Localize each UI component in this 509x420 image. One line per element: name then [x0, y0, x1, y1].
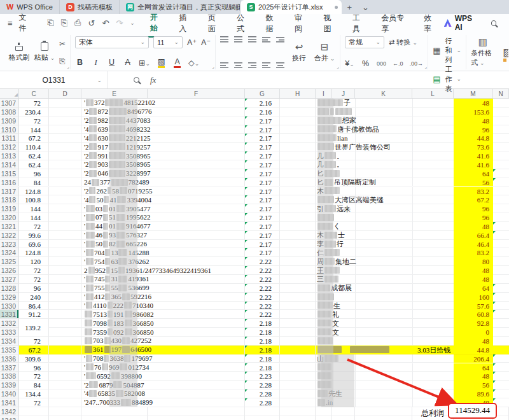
cell-I1331[interactable]: 礼 — [316, 310, 454, 319]
cell-H1321[interactable] — [280, 222, 316, 231]
ribbon-tab-视图[interactable]: 视图 — [317, 10, 343, 37]
cell-C1325[interactable]: 120 — [19, 257, 49, 266]
cell-I1329[interactable] — [316, 293, 454, 302]
cell-C1336[interactable]: 309.6 — [19, 354, 49, 363]
cell-G1309[interactable]: 2.17 — [245, 116, 280, 125]
cell-E1338[interactable]: '6592398800 — [81, 372, 245, 381]
cell-G1312[interactable]: 2.17 — [245, 143, 280, 151]
col-header-F[interactable]: F — [148, 89, 245, 98]
cell-M1307[interactable]: 48 — [454, 99, 493, 108]
cell-G1326[interactable]: 2.22 — [245, 266, 280, 275]
cell-E1319[interactable]: '03013905477 — [81, 204, 245, 213]
ribbon-tab-插入[interactable]: 插入 — [172, 10, 199, 37]
cell-G1337[interactable]: 2.18 — [245, 363, 280, 372]
cell-E1310[interactable]: '46394698232 — [81, 125, 245, 134]
ribbon-tab-页面[interactable]: 页面 — [202, 10, 228, 37]
cell-C1322[interactable]: 99.6 — [19, 231, 49, 240]
cell-E1323[interactable]: '5082665226 — [81, 240, 245, 249]
col-header-H[interactable]: H — [280, 89, 316, 98]
rows-cols-button[interactable]: ▦ 行和列⌄ — [433, 36, 461, 65]
row-header-1328[interactable]: 1328 — [0, 284, 19, 293]
cell-C1318[interactable]: 100.8 — [19, 195, 49, 204]
cell-G1311[interactable]: 2.17 — [245, 134, 280, 143]
cell-E1337[interactable]: '76969012734 — [81, 363, 245, 372]
cell-C1340[interactable]: 134.4 — [19, 389, 49, 398]
row-header-1342[interactable]: 1342 — [0, 407, 19, 416]
quickbar-caret-icon[interactable]: ⌄ — [130, 20, 135, 26]
cell-G1339[interactable]: 2.28 — [245, 381, 280, 389]
clear-format-button[interactable]: ◇⌄ — [188, 58, 199, 67]
cell-I1335[interactable]: 3.03日给钱 — [316, 346, 454, 354]
cell-I1317[interactable]: 木 — [316, 187, 454, 196]
cell-C1329[interactable]: 240 — [19, 293, 49, 302]
row-header-1333[interactable]: 1333 — [0, 328, 19, 337]
alignment-expand-icon[interactable]: ⌟ — [337, 64, 339, 69]
cell-M1323[interactable]: 46.4 — [454, 240, 493, 249]
cell-E1340[interactable]: '465835582008 — [81, 389, 245, 398]
cell-H1323[interactable] — [280, 240, 316, 249]
cell-I1320[interactable] — [316, 213, 454, 222]
increase-decimal-button[interactable]: .00→ — [410, 60, 424, 67]
cell-D1331[interactable] — [49, 310, 81, 319]
cell-H1311[interactable] — [280, 134, 316, 143]
cell-H1313[interactable] — [280, 151, 316, 160]
col-header-C[interactable]: C — [19, 89, 49, 98]
cell-C1317[interactable]: 124.8 — [19, 187, 49, 196]
cell-M1331[interactable]: 60.8 — [454, 310, 493, 319]
row-header-1311[interactable]: 1311 — [0, 134, 19, 143]
cell-E1315[interactable]: '20463228997 — [81, 169, 245, 178]
distribute-icon[interactable] — [276, 62, 284, 68]
font-name-select[interactable]: 宋体⌄ — [75, 36, 149, 48]
cell-G1313[interactable]: 2.17 — [245, 151, 280, 160]
cell-E1326[interactable]: 29521519361/2477334649322419361 — [81, 266, 245, 275]
cell-C1331[interactable]: 91.2 — [19, 310, 49, 319]
cell-H1337[interactable] — [280, 363, 316, 372]
justify-icon[interactable] — [262, 62, 270, 68]
cell-E1328[interactable]: '75555536699 — [81, 284, 245, 293]
cell-D1333[interactable] — [49, 328, 81, 337]
clipboard-expand-icon[interactable]: ⌟ — [67, 64, 69, 69]
align-center-icon[interactable] — [234, 62, 242, 68]
redo-icon[interactable]: ↷ — [116, 18, 123, 28]
cell-I1340[interactable]: 先生 — [316, 389, 454, 398]
cell-G1338[interactable]: 2.23 — [245, 372, 280, 381]
row-header-1331[interactable]: 1331 — [0, 310, 19, 319]
cell-H1338[interactable] — [280, 372, 316, 381]
increase-font-button[interactable]: A⁺ — [187, 38, 197, 47]
cell-N1334[interactable] — [493, 337, 509, 346]
cell-G1315[interactable]: 2.17 — [245, 169, 280, 178]
cell-D1324[interactable] — [49, 248, 81, 257]
cell-M1316[interactable]: 56 — [454, 178, 493, 187]
cell-I1313[interactable]: 几。 — [316, 151, 454, 160]
cell-N1329[interactable] — [493, 293, 509, 302]
cell-I1315[interactable]: 匕 — [316, 169, 454, 178]
cell-H1339[interactable] — [280, 381, 316, 389]
cell-D1334[interactable] — [49, 337, 81, 346]
cell-I1343[interactable] — [316, 416, 332, 420]
font-size-select[interactable]: 11⌄ — [153, 36, 183, 48]
cell-N1311[interactable] — [493, 134, 509, 143]
cell-H1325[interactable] — [280, 257, 316, 266]
cell-M1333[interactable]: 0 — [454, 328, 493, 337]
cell-C1324[interactable]: 124.8 — [19, 248, 49, 257]
cell-E1309[interactable]: '29824437083 — [81, 116, 245, 125]
cell-G1318[interactable]: 2.17 — [245, 195, 280, 204]
cell-M1332[interactable]: 92.8 — [454, 319, 493, 328]
cell-E1313[interactable]: '29913508965 — [81, 151, 245, 160]
cell-H1310[interactable] — [280, 125, 316, 134]
cell-D1329[interactable] — [49, 293, 81, 302]
search-icon[interactable] — [491, 20, 496, 26]
cell-E1336[interactable]: '7083638179697 — [81, 354, 245, 363]
cell-M1339[interactable]: 56 — [454, 381, 493, 389]
cell-N1319[interactable] — [493, 204, 509, 213]
cell-H1332[interactable] — [280, 319, 316, 328]
cell-N1340[interactable] — [493, 389, 509, 398]
cell-N1323[interactable] — [493, 240, 509, 249]
col-header-N[interactable]: N — [493, 89, 509, 98]
cell-H1312[interactable] — [280, 143, 316, 151]
cell-N1338[interactable] — [493, 372, 509, 381]
cell-D1323[interactable] — [49, 240, 81, 249]
font-expand-icon[interactable]: ⌟ — [212, 64, 214, 69]
cell-C1307[interactable]: 72 — [19, 99, 49, 108]
row-header-1325[interactable]: 1325 — [0, 257, 19, 266]
